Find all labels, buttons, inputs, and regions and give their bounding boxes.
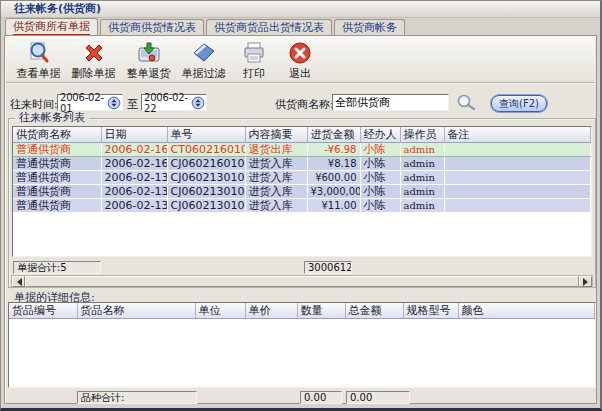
supplier-name-label: 供货商名称: [275, 96, 334, 113]
query-button-label: 查询(F2) [499, 98, 539, 109]
table-cell: 普通供货商 [13, 185, 101, 199]
column-header[interactable]: 规格型号 [403, 303, 458, 319]
table-cell: 小陈 [360, 185, 400, 199]
column-header[interactable]: 进货金额 [307, 127, 360, 143]
filter-doc-icon [191, 40, 217, 67]
table-cell: admin [400, 171, 444, 185]
tab-supplier-accounts[interactable]: 供货商帐务 [334, 19, 405, 35]
date-spinner-icon [107, 96, 121, 110]
table-cell: -¥6.98 [307, 143, 360, 157]
table-row[interactable]: 普通供货商2006-02-16CT060216010001退货出库-¥6.98小… [13, 143, 591, 157]
column-header[interactable]: 操作员 [400, 127, 444, 143]
print-button[interactable]: 打印 [231, 39, 277, 81]
table-cell: CJ060213010002 [167, 185, 245, 199]
table-cell: 小陈 [360, 143, 400, 157]
toolbar-button-label: 删除单据 [72, 67, 116, 80]
date-from-field[interactable]: 2006-02-01 [57, 94, 123, 111]
table-row[interactable]: 普通供货商2006-02-13CJ060213010002进货入库¥3,000,… [13, 185, 591, 199]
column-header[interactable]: 货品名称 [77, 303, 195, 319]
table-cell: 进货入库 [245, 185, 307, 199]
exit-icon [287, 40, 313, 67]
scroll-left-button[interactable] [12, 276, 25, 287]
view-doc-button[interactable]: 查看单据 [11, 39, 66, 81]
tab-supplier-supply-report[interactable]: 供货商供货情况表 [100, 19, 204, 35]
table-cell: CJ060216010001 [167, 157, 245, 171]
table-row[interactable]: 普通供货商2006-02-13CJ060213010003进货入库¥600.00… [13, 171, 591, 185]
table-cell: 普通供货商 [13, 157, 101, 171]
table-cell: admin [400, 199, 444, 213]
exit-button[interactable]: 退出 [277, 39, 323, 81]
scrollbar-thumb[interactable] [25, 276, 579, 287]
column-header[interactable]: 总金额 [345, 303, 403, 319]
accounts-table: 供货商名称日期单号内容摘要进货金额经办人操作员备注 普通供货商2006-02-1… [13, 127, 591, 213]
table-cell [444, 199, 591, 213]
date-spinner-icon [191, 96, 205, 110]
date-to-label: 至 [127, 96, 138, 113]
date-to-value: 2006-02-22 [142, 92, 191, 114]
delete-doc-button[interactable]: 删除单据 [66, 39, 121, 81]
detail-header-row: 货品编号货品名称单位单价数量总金额规格型号颜色 [9, 303, 595, 319]
column-header[interactable]: 备注 [444, 127, 591, 143]
column-header[interactable]: 日期 [101, 127, 167, 143]
accounts-header-row: 供货商名称日期单号内容摘要进货金额经办人操作员备注 [13, 127, 591, 143]
supplier-name-input[interactable] [332, 94, 449, 111]
toolbar-button-label: 查看单据 [17, 67, 61, 80]
tab-label: 供货商货品出货情况表 [214, 21, 324, 34]
supplier-search-icon[interactable] [454, 93, 478, 115]
table-cell [444, 185, 591, 199]
docs-total-count: 单据合计:5 [13, 261, 101, 274]
table-cell: admin [400, 143, 444, 157]
table-cell: 小陈 [360, 199, 400, 213]
column-header[interactable]: 单价 [245, 303, 297, 319]
table-cell: 进货入库 [245, 171, 307, 185]
table-row[interactable]: 普通供货商2006-02-13CJ060213010001进货入库¥11.00小… [13, 199, 591, 213]
query-button[interactable]: 查询(F2) [491, 95, 547, 112]
table-cell: 小陈 [360, 171, 400, 185]
tab-supplier-goods-out-report[interactable]: 供货商货品出货情况表 [206, 19, 332, 35]
date-to-field[interactable]: 2006-02-22 [141, 94, 207, 111]
window-title: 往来帐务(供货商) [14, 2, 101, 15]
tab-label: 供货商供货情况表 [108, 21, 196, 34]
column-header[interactable]: 货品编号 [9, 303, 77, 319]
table-cell [444, 143, 591, 157]
column-header[interactable]: 单位 [195, 303, 245, 319]
return-order-icon [136, 40, 162, 67]
window-supplier-accounts: 往来帐务(供货商) 供货商所有单据 供货商供货情况表 供货商货品出货情况表 供货… [0, 0, 602, 411]
filter-doc-button[interactable]: 单据过滤 [176, 39, 231, 81]
table-cell: 进货入库 [245, 157, 307, 171]
accounts-list-title: 往来帐务列表 [15, 112, 89, 124]
print-icon [241, 40, 267, 67]
column-header[interactable]: 数量 [297, 303, 345, 319]
toolbar-button-label: 单据过滤 [182, 67, 226, 80]
toolbar-button-label: 整单退货 [127, 67, 171, 80]
toolbar: 查看单据 删除单据 整 [6, 37, 595, 83]
toolbar-button-label: 退出 [289, 67, 311, 80]
table-cell: 普通供货商 [13, 143, 101, 157]
accounts-list-groupbox: 往来帐务列表 供货商名称日期单号内容摘要进货金额经办人操作员备注 普通供货商20… [8, 118, 596, 288]
table-cell: 进货入库 [245, 199, 307, 213]
table-cell: CJ060213010003 [167, 171, 245, 185]
column-header[interactable]: 供货商名称 [13, 127, 101, 143]
table-row[interactable]: 普通供货商2006-02-16CJ060216010001进货入库¥8.18小陈… [13, 157, 591, 171]
table-cell: 2006-02-16 [101, 143, 167, 157]
delete-doc-icon [81, 40, 107, 67]
scroll-right-button[interactable] [579, 276, 592, 287]
view-doc-icon [26, 40, 52, 67]
tab-label: 供货商所有单据 [13, 20, 90, 36]
table-cell: ¥11.00 [307, 199, 360, 213]
column-header[interactable]: 单号 [167, 127, 245, 143]
accounts-grid-container: 供货商名称日期单号内容摘要进货金额经办人操作员备注 普通供货商2006-02-1… [12, 126, 592, 257]
column-header[interactable]: 内容摘要 [245, 127, 307, 143]
amount-total-value: 3000612.20 [304, 261, 352, 274]
table-cell [444, 171, 591, 185]
right-arrow-icon [583, 278, 592, 286]
column-header[interactable]: 经办人 [360, 127, 400, 143]
table-cell: ¥600.00 [307, 171, 360, 185]
tab-supplier-all-docs[interactable]: 供货商所有单据 [5, 18, 98, 35]
table-cell: ¥3,000,000 [307, 185, 360, 199]
table-cell: 普通供货商 [13, 171, 101, 185]
toolbar-button-label: 打印 [243, 67, 265, 80]
horizontal-scrollbar[interactable] [11, 275, 593, 288]
return-order-button[interactable]: 整单退货 [121, 39, 176, 81]
column-header[interactable]: 颜色 [458, 303, 595, 319]
